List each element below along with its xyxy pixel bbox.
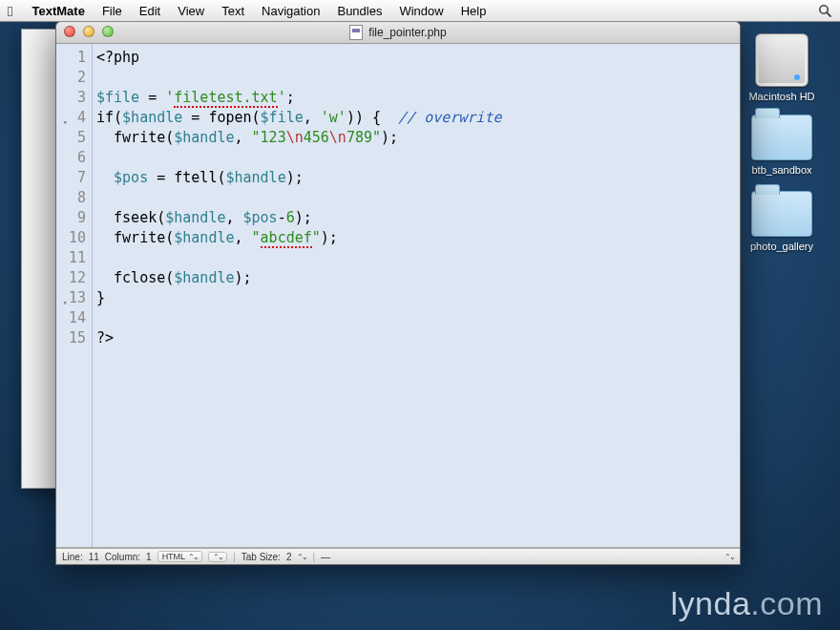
folder-icon: [751, 115, 812, 160]
window-title-text: file_pointer.php: [368, 26, 446, 39]
spotlight-icon[interactable]: [817, 3, 832, 18]
window-controls: [64, 26, 114, 37]
watermark: lynda.com: [671, 585, 823, 622]
status-line-value: 11: [89, 552, 99, 562]
apple-menu-icon[interactable]: : [8, 4, 12, 18]
app-menu[interactable]: TextMate: [32, 4, 84, 18]
dropdown-arrows-icon: ⌃⌄: [188, 553, 198, 561]
status-tab-label: Tab Size:: [242, 552, 281, 562]
status-col-label: Column:: [105, 552, 140, 562]
menu-text[interactable]: Text: [221, 4, 244, 18]
desktop-icon-macintosh-hd[interactable]: Macintosh HD: [739, 33, 825, 102]
status-symbol: —: [321, 552, 330, 562]
editor-area[interactable]: 1234▾5678910111213▾1415 <?php$file = 'fi…: [56, 44, 740, 548]
code-content[interactable]: <?php$file = 'filetest.txt';if($handle =…: [93, 44, 740, 547]
watermark-suffix: .com: [750, 585, 823, 621]
menu-edit[interactable]: Edit: [139, 4, 160, 18]
watermark-brand: lynda: [671, 585, 751, 621]
menu-view[interactable]: View: [178, 4, 204, 18]
desktop-icon-label: btb_sandbox: [739, 164, 825, 176]
editor-window: file_pointer.php 1234▾5678910111213▾1415…: [55, 21, 741, 565]
menu-bundles[interactable]: Bundles: [337, 4, 382, 18]
php-file-icon: [349, 25, 363, 40]
language-selector[interactable]: HTML ⌃⌄: [158, 551, 203, 562]
menu-help[interactable]: Help: [461, 4, 487, 18]
fold-marker-icon[interactable]: ▾: [58, 113, 68, 122]
zoom-button[interactable]: [102, 26, 114, 37]
mac-menubar:  TextMate File Edit View Text Navigatio…: [0, 0, 840, 22]
folder-icon: [751, 191, 812, 237]
menu-window[interactable]: Window: [399, 4, 443, 18]
minimize-button[interactable]: [83, 26, 94, 37]
status-bar: Line: 11 Column: 1 HTML ⌃⌄ ⌃⌄ | Tab Size…: [56, 548, 740, 564]
dropdown-arrows-icon: ⌃⌄: [724, 553, 734, 561]
svg-line-1: [827, 12, 830, 16]
desktop-icon-label: photo_gallery: [739, 241, 825, 252]
status-col-value: 1: [146, 552, 152, 562]
window-title: file_pointer.php: [349, 25, 446, 40]
drive-icon: [755, 33, 808, 87]
desktop-icon-label: Macintosh HD: [739, 91, 825, 102]
status-tab-value: 2: [286, 552, 292, 562]
language-value: HTML: [162, 552, 186, 561]
desktop-icon-photo_gallery[interactable]: photo_gallery: [739, 191, 825, 252]
desktop-icon-btb_sandbox[interactable]: btb_sandbox: [739, 115, 825, 176]
menu-navigation[interactable]: Navigation: [262, 4, 320, 18]
dropdown-arrows-icon: ⌃⌄: [297, 553, 306, 561]
dropdown-arrows-icon: ⌃⌄: [213, 553, 222, 561]
line-gutter: 1234▾5678910111213▾1415: [56, 44, 93, 547]
symbol-selector[interactable]: ⌃⌄: [208, 552, 227, 562]
close-button[interactable]: [64, 26, 75, 37]
fold-marker-icon[interactable]: ▾: [58, 293, 68, 303]
status-line-label: Line:: [62, 552, 83, 562]
menu-file[interactable]: File: [102, 4, 122, 18]
window-titlebar[interactable]: file_pointer.php: [56, 22, 740, 44]
